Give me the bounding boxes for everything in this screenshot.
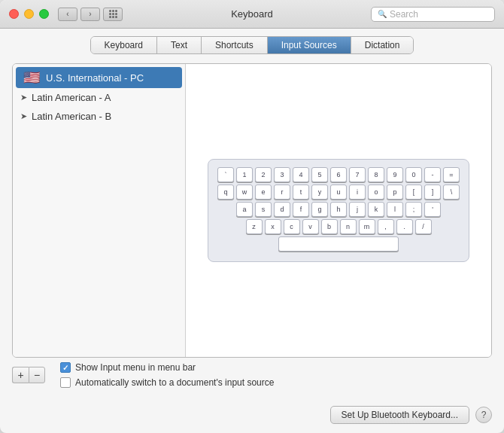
search-placeholder: Search	[390, 9, 418, 20]
tab-dictation[interactable]: Dictation	[351, 37, 414, 53]
nav-arrows: ‹ ›	[58, 8, 100, 21]
key-p[interactable]: p	[387, 184, 403, 200]
remove-source-button[interactable]: −	[29, 367, 45, 383]
key-lbracket[interactable]: [	[405, 184, 422, 200]
key-h[interactable]: h	[330, 202, 347, 217]
source-item-label: U.S. International - PC	[46, 72, 144, 84]
source-item-label: Latin American - A	[32, 92, 111, 103]
key-7[interactable]: 7	[349, 167, 366, 182]
footer: Set Up Bluetooth Keyboard... ?	[0, 400, 504, 433]
traffic-lights	[9, 9, 49, 19]
key-r[interactable]: r	[274, 184, 290, 200]
key-quote[interactable]: '	[424, 202, 441, 217]
tab-group: Keyboard Text Shortcuts Input Sources Di…	[90, 36, 414, 54]
content: 🇺🇸 U.S. International - PC ➤ Latin Ameri…	[0, 54, 504, 400]
key-a[interactable]: a	[236, 202, 253, 217]
keyboard-visual: ` 1 2 3 4 5 6 7 8 9 0 - =	[208, 159, 469, 262]
flag-icon: 🇺🇸	[23, 71, 40, 84]
minimize-button[interactable]	[24, 9, 34, 19]
key-s[interactable]: s	[255, 202, 272, 217]
key-j[interactable]: j	[349, 202, 366, 217]
tab-bar: Keyboard Text Shortcuts Input Sources Di…	[0, 29, 504, 54]
tab-text[interactable]: Text	[157, 37, 202, 53]
key-backslash[interactable]: \	[443, 184, 460, 200]
tab-shortcuts[interactable]: Shortcuts	[202, 37, 268, 53]
key-k[interactable]: k	[368, 202, 384, 217]
source-item-latin-a[interactable]: ➤ Latin American - A	[13, 88, 185, 107]
key-o[interactable]: o	[368, 184, 384, 200]
checkboxes: Show Input menu in menu bar Automaticall…	[60, 362, 274, 388]
key-semicolon[interactable]: ;	[405, 202, 422, 217]
list-controls: + − Show Input menu in menu bar Automati…	[12, 358, 492, 391]
grid-button[interactable]	[103, 8, 123, 21]
source-item-latin-b[interactable]: ➤ Latin American - B	[13, 107, 185, 126]
arrow-icon: ➤	[20, 111, 27, 121]
key-9[interactable]: 9	[387, 167, 403, 182]
arrow-icon: ➤	[20, 93, 27, 102]
auto-switch-row: Automatically switch to a document's inp…	[60, 377, 274, 388]
window-title: Keyboard	[231, 8, 273, 20]
maximize-button[interactable]	[39, 9, 49, 19]
key-f[interactable]: f	[293, 202, 309, 217]
key-e[interactable]: e	[255, 184, 272, 200]
help-button[interactable]: ?	[475, 407, 492, 423]
bluetooth-keyboard-button[interactable]: Set Up Bluetooth Keyboard...	[330, 406, 469, 424]
key-5[interactable]: 5	[311, 167, 328, 182]
title-bar: ‹ › Keyboard 🔍 Search	[0, 0, 504, 29]
kb-row-2: q w e r t y u i o p [ ] \	[217, 184, 460, 200]
show-menu-label: Show Input menu in menu bar	[75, 362, 196, 373]
key-x[interactable]: x	[265, 219, 281, 234]
auto-switch-label: Automatically switch to a document's inp…	[75, 377, 274, 388]
key-minus[interactable]: -	[424, 167, 441, 182]
key-1[interactable]: 1	[236, 167, 253, 182]
key-8[interactable]: 8	[368, 167, 384, 182]
source-item-label: Latin American - B	[32, 111, 111, 122]
key-n[interactable]: n	[340, 219, 357, 234]
key-backtick[interactable]: `	[217, 167, 234, 182]
keyboard-area: ` 1 2 3 4 5 6 7 8 9 0 - =	[186, 64, 491, 357]
key-slash[interactable]: /	[415, 219, 432, 234]
key-rbracket[interactable]: ]	[424, 184, 441, 200]
key-l[interactable]: l	[387, 202, 403, 217]
key-q[interactable]: q	[217, 184, 234, 200]
key-comma[interactable]: ,	[378, 219, 394, 234]
kb-row-4: z x c v b n m , . /	[217, 219, 460, 234]
back-button[interactable]: ‹	[58, 8, 77, 21]
key-b[interactable]: b	[321, 219, 338, 234]
search-icon: 🔍	[378, 10, 387, 18]
key-w[interactable]: w	[236, 184, 253, 200]
window: ‹ › Keyboard 🔍 Search Keyboard Text Shor…	[0, 0, 504, 433]
tab-input-sources[interactable]: Input Sources	[268, 37, 351, 53]
forward-button[interactable]: ›	[80, 8, 100, 21]
kb-row-5	[217, 236, 460, 252]
show-menu-checkbox[interactable]	[60, 362, 71, 373]
key-2[interactable]: 2	[255, 167, 272, 182]
add-source-button[interactable]: +	[12, 367, 29, 383]
show-menu-row: Show Input menu in menu bar	[60, 362, 274, 373]
search-box[interactable]: 🔍 Search	[371, 7, 495, 22]
key-z[interactable]: z	[246, 219, 263, 234]
key-t[interactable]: t	[293, 184, 309, 200]
key-i[interactable]: i	[349, 184, 366, 200]
kb-row-3: a s d f g h j k l ; '	[217, 202, 460, 217]
key-d[interactable]: d	[274, 202, 290, 217]
key-m[interactable]: m	[359, 219, 375, 234]
key-equals[interactable]: =	[443, 167, 460, 182]
key-u[interactable]: u	[330, 184, 347, 200]
source-item-us-intl[interactable]: 🇺🇸 U.S. International - PC	[16, 67, 182, 88]
key-6[interactable]: 6	[330, 167, 347, 182]
key-g[interactable]: g	[311, 202, 328, 217]
key-3[interactable]: 3	[274, 167, 290, 182]
key-v[interactable]: v	[302, 219, 319, 234]
main-panel: 🇺🇸 U.S. International - PC ➤ Latin Ameri…	[12, 63, 492, 358]
auto-switch-checkbox[interactable]	[60, 377, 71, 388]
key-0[interactable]: 0	[405, 167, 422, 182]
key-y[interactable]: y	[311, 184, 328, 200]
key-space[interactable]	[278, 236, 399, 252]
key-c[interactable]: c	[284, 219, 300, 234]
close-button[interactable]	[9, 9, 19, 19]
tab-keyboard[interactable]: Keyboard	[91, 37, 157, 53]
key-4[interactable]: 4	[293, 167, 309, 182]
source-list: 🇺🇸 U.S. International - PC ➤ Latin Ameri…	[13, 64, 186, 357]
key-period[interactable]: .	[396, 219, 413, 234]
